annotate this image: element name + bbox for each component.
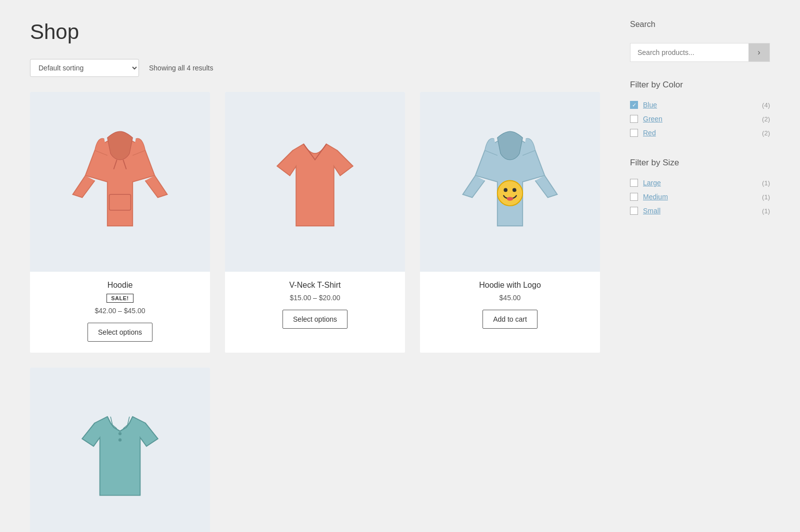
- product-card-hoodie-logo: Hoodie with Logo $45.00 Add to cart: [420, 92, 600, 353]
- search-wrapper: ›: [630, 43, 770, 62]
- filter-checkbox-small[interactable]: [630, 207, 638, 215]
- svg-point-8: [118, 432, 122, 435]
- product-image-vneck: [225, 92, 405, 272]
- filter-label-red[interactable]: Red: [643, 129, 757, 137]
- product-card-polo: Polo: [30, 368, 210, 532]
- filter-label-medium[interactable]: Medium: [643, 193, 757, 201]
- sort-select[interactable]: Default sorting Sort by popularity Sort …: [30, 59, 139, 77]
- add-to-cart-hoodie-logo[interactable]: Add to cart: [482, 310, 538, 329]
- filter-size-section: Filter by Size Large (1) Medium (1) Smal…: [630, 158, 770, 218]
- filter-color-blue[interactable]: Blue (4): [630, 98, 770, 112]
- product-info-hoodie-logo: Hoodie with Logo $45.00 Add to cart: [420, 272, 600, 340]
- filter-count-green: (2): [762, 115, 770, 123]
- product-card-vneck: V-Neck T-Shirt $15.00 – $20.00 Select op…: [225, 92, 405, 353]
- svg-point-7: [507, 197, 514, 201]
- svg-point-4: [504, 188, 508, 192]
- filter-checkbox-medium[interactable]: [630, 193, 638, 201]
- product-image-hoodie-logo: [420, 92, 600, 272]
- filter-count-medium: (1): [762, 193, 770, 201]
- product-name-hoodie-logo: Hoodie with Logo: [479, 281, 541, 290]
- filter-label-large[interactable]: Large: [643, 179, 757, 187]
- select-options-hoodie[interactable]: Select options: [88, 323, 152, 342]
- filter-size-medium[interactable]: Medium (1): [630, 190, 770, 204]
- product-card-hoodie: Hoodie SALE! $42.00 – $45.00 Select opti…: [30, 92, 210, 353]
- product-price-vneck: $15.00 – $20.00: [290, 294, 340, 302]
- filter-count-small: (1): [762, 207, 770, 215]
- filter-count-blue: (4): [762, 101, 770, 109]
- product-image-polo: [30, 368, 210, 532]
- filter-label-blue[interactable]: Blue: [643, 101, 757, 109]
- search-icon: ›: [758, 48, 760, 57]
- select-options-vneck[interactable]: Select options: [282, 310, 348, 329]
- search-section-title: Search: [630, 20, 770, 33]
- product-image-hoodie: [30, 92, 210, 272]
- filter-count-large: (1): [762, 179, 770, 187]
- filter-color-section: Filter by Color Blue (4) Green (2) Red (…: [630, 80, 770, 140]
- filter-color-red[interactable]: Red (2): [630, 126, 770, 140]
- filter-checkbox-large[interactable]: [630, 179, 638, 187]
- product-info-vneck: V-Neck T-Shirt $15.00 – $20.00 Select op…: [225, 272, 405, 340]
- product-info-hoodie: Hoodie SALE! $42.00 – $45.00 Select opti…: [30, 272, 210, 353]
- sidebar-search-section: Search ›: [630, 20, 770, 62]
- main-content: Shop Default sorting Sort by popularity …: [30, 20, 600, 532]
- filter-size-title: Filter by Size: [630, 158, 770, 168]
- filter-color-green[interactable]: Green (2): [630, 112, 770, 126]
- results-count: Showing all 4 results: [149, 64, 213, 72]
- product-price-hoodie: $42.00 – $45.00: [94, 307, 145, 315]
- filter-label-small[interactable]: Small: [643, 207, 757, 215]
- product-name-hoodie: Hoodie: [108, 281, 133, 290]
- search-input[interactable]: [630, 43, 748, 61]
- filter-count-red: (2): [762, 129, 770, 137]
- filter-size-small[interactable]: Small (1): [630, 204, 770, 218]
- svg-point-3: [498, 180, 522, 205]
- filter-checkbox-blue[interactable]: [630, 101, 638, 109]
- shop-toolbar: Default sorting Sort by popularity Sort …: [30, 59, 600, 77]
- products-grid: Hoodie SALE! $42.00 – $45.00 Select opti…: [30, 92, 600, 353]
- filter-size-large[interactable]: Large (1): [630, 176, 770, 190]
- filter-checkbox-green[interactable]: [630, 115, 638, 123]
- filter-checkbox-red[interactable]: [630, 129, 638, 137]
- sidebar: Search › Filter by Color Blue (4) Green …: [630, 20, 770, 532]
- search-button[interactable]: ›: [748, 43, 770, 61]
- svg-point-9: [118, 439, 122, 442]
- page-title: Shop: [30, 20, 600, 44]
- filter-label-green[interactable]: Green: [643, 115, 757, 123]
- products-grid-partial: Polo: [30, 368, 600, 532]
- product-name-vneck: V-Neck T-Shirt: [290, 281, 341, 290]
- product-price-hoodie-logo: $45.00: [500, 294, 521, 302]
- sale-badge-hoodie: SALE!: [106, 294, 134, 303]
- filter-color-title: Filter by Color: [630, 80, 770, 90]
